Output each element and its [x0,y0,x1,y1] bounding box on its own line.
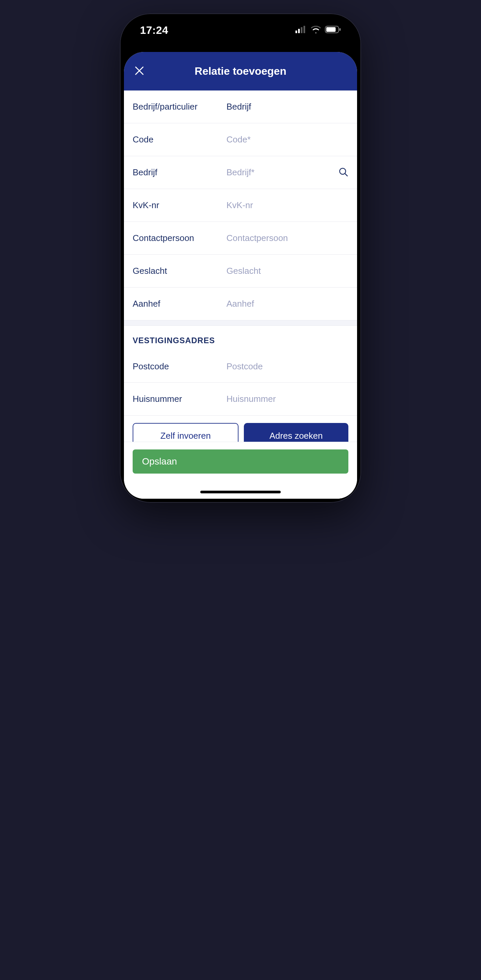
field-housenumber[interactable]: Huisnummer Huisnummer [124,383,357,415]
field-placeholder: Bedrijf* [227,167,335,178]
field-placeholder: Aanhef [227,299,348,309]
form-scroll[interactable]: Bedrijf/particulier Bedrijf Code Code* B… [124,91,357,442]
search-icon [338,167,348,178]
battery-icon [325,26,341,35]
home-indicator[interactable] [200,491,281,493]
footer-bar: Opslaan [124,442,357,499]
phone-frame: 17:24 Relatie toevo [120,13,361,503]
field-placeholder: Code* [227,134,348,145]
wifi-icon [311,26,321,35]
field-label: Geslacht [133,266,227,276]
field-contact[interactable]: Contactpersoon Contactpersoon [124,222,357,255]
svg-rect-6 [339,28,341,31]
button-label: Adres zoeken [270,431,323,441]
status-bar: 17:24 [120,13,361,47]
field-label: Bedrijf/particulier [133,102,227,112]
field-placeholder: Geslacht [227,266,348,276]
svg-rect-3 [303,26,305,33]
screen: Relatie toevoegen Bedrijf/particulier Be… [124,52,357,499]
field-value: Bedrijf [227,102,348,112]
close-icon [134,66,144,77]
field-label: Huisnummer [133,394,227,404]
modal-header: Relatie toevoegen [124,52,357,91]
button-label: Opslaan [142,456,177,467]
field-code[interactable]: Code Code* [124,123,357,156]
svg-rect-1 [298,29,300,33]
modal-title: Relatie toevoegen [195,65,286,78]
field-placeholder: Contactpersoon [227,233,348,243]
manual-address-button[interactable]: Zelf invoeren [133,423,238,442]
field-placeholder: Postcode [227,361,348,372]
field-company[interactable]: Bedrijf Bedrijf* [124,156,357,189]
field-postcode[interactable]: Postcode Postcode [124,350,357,383]
lookup-address-button[interactable]: Adres zoeken [244,423,348,442]
svg-line-8 [345,173,348,176]
field-label: Code [133,134,227,145]
cellular-icon [295,26,307,35]
field-gender[interactable]: Geslacht Geslacht [124,255,357,288]
company-search-button[interactable] [335,167,348,178]
field-type[interactable]: Bedrijf/particulier Bedrijf [124,91,357,123]
field-kvk[interactable]: KvK-nr KvK-nr [124,189,357,222]
field-label: Aanhef [133,299,227,309]
section-divider [124,320,357,326]
save-button[interactable]: Opslaan [133,449,348,474]
field-label: Bedrijf [133,167,227,178]
address-section-title: VESTIGINGSADRES [124,326,357,350]
button-label: Zelf invoeren [160,431,211,441]
svg-rect-0 [295,30,297,33]
field-label: Contactpersoon [133,233,227,243]
field-placeholder: KvK-nr [227,200,348,210]
field-label: Postcode [133,361,227,372]
field-salutation[interactable]: Aanhef Aanhef [124,288,357,320]
svg-rect-5 [326,27,336,32]
svg-rect-2 [301,27,302,33]
status-time: 17:24 [140,24,168,37]
field-placeholder: Huisnummer [227,394,348,404]
close-button[interactable] [132,64,147,79]
field-label: KvK-nr [133,200,227,210]
